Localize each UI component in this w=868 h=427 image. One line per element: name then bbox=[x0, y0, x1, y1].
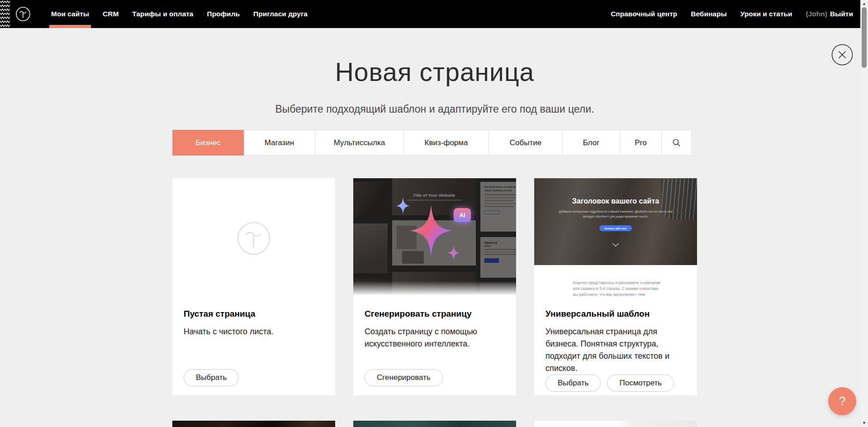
secondary-nav: Справочный центр Вебинары Уроки и статьи… bbox=[611, 0, 853, 28]
scrollbar-thumb[interactable] bbox=[862, 7, 867, 68]
view-button[interactable]: Посмотреть bbox=[607, 375, 674, 392]
sparkle-icon bbox=[447, 245, 460, 261]
collage-fade bbox=[353, 281, 516, 298]
template-preview-light bbox=[534, 421, 697, 427]
tab-store[interactable]: Магазин bbox=[243, 130, 315, 156]
nav-webinars[interactable]: Вебинары bbox=[691, 0, 726, 28]
nav-my-sites[interactable]: Мои сайты bbox=[51, 0, 89, 28]
chevron-down-icon bbox=[612, 243, 619, 247]
ai-badge: AI bbox=[454, 208, 471, 222]
page-subtitle: Выберите подходящий шаблон и адаптируйте… bbox=[172, 103, 697, 115]
card-title: Пустая страница bbox=[184, 309, 324, 319]
sparkle-icon bbox=[396, 197, 410, 214]
template-preview-dark bbox=[172, 421, 335, 427]
template-card-blank: Пустая страница Начать с чистого листа. … bbox=[172, 178, 335, 395]
logout-label: Выйти bbox=[830, 10, 853, 18]
help-button[interactable]: ? bbox=[828, 387, 856, 415]
scrollbar[interactable]: ▲ ▼ bbox=[860, 0, 868, 427]
nav-invite-friend[interactable]: Пригласи друга bbox=[253, 0, 308, 28]
nav-crm[interactable]: CRM bbox=[103, 0, 119, 28]
tab-business[interactable]: Бизнес bbox=[172, 130, 244, 156]
scroll-up-arrow-icon[interactable]: ▲ bbox=[860, 0, 868, 7]
template-preview-teal bbox=[353, 421, 516, 427]
generate-button[interactable]: Сгенерировать bbox=[365, 369, 443, 386]
ai-template-preview[interactable]: Title of Your Website Get your house in … bbox=[353, 178, 516, 298]
template-grid: Пустая страница Начать с чистого листа. … bbox=[172, 178, 697, 427]
tab-search[interactable] bbox=[661, 130, 692, 156]
zigzag-texture-icon bbox=[0, 0, 10, 28]
page-title: Новая страница bbox=[172, 57, 697, 87]
card-title: Сгенерировать страницу bbox=[365, 309, 505, 319]
user-name: (John) bbox=[806, 10, 827, 18]
template-card-universal: Заголовок вашего сайта Добавьте интересн… bbox=[534, 178, 697, 395]
tab-event[interactable]: Событие bbox=[489, 130, 563, 156]
tab-multilink[interactable]: Мультиссылка bbox=[315, 130, 404, 156]
choose-button[interactable]: Выбрать bbox=[545, 375, 601, 392]
choose-button[interactable]: Выбрать bbox=[184, 369, 239, 386]
blank-template-preview[interactable] bbox=[172, 178, 335, 298]
template-category-tabs: Бизнес Магазин Мультиссылка Квиз-форма С… bbox=[172, 130, 692, 156]
preview-hero-text: Добавьте интересные подробности о вашей … bbox=[559, 209, 673, 219]
ai-sparkle-icon bbox=[409, 204, 453, 257]
template-card-partial[interactable] bbox=[534, 421, 697, 427]
template-card-ai: Title of Your Website Get your house in … bbox=[353, 178, 516, 395]
tilda-watermark-icon bbox=[235, 219, 273, 257]
card-title: Универсальный шаблон bbox=[545, 309, 686, 319]
search-icon bbox=[672, 138, 681, 147]
card-description: Универсальная страница для бизнеса. Поня… bbox=[545, 326, 686, 375]
preview-cta-button: Целевое действие bbox=[599, 225, 632, 231]
nav-pricing[interactable]: Тарифы и оплата bbox=[132, 0, 193, 28]
close-icon bbox=[831, 44, 853, 66]
tab-quiz-form[interactable]: Квиз-форма bbox=[403, 130, 489, 156]
topbar: Мои сайты CRM Тарифы и оплата Профиль Пр… bbox=[0, 0, 860, 28]
scroll-down-arrow-icon[interactable]: ▼ bbox=[860, 420, 868, 426]
tab-blog[interactable]: Блог bbox=[562, 130, 620, 156]
nav-profile[interactable]: Профиль bbox=[207, 0, 240, 28]
nav-lessons[interactable]: Уроки и статьи bbox=[740, 0, 792, 28]
template-card-partial[interactable] bbox=[172, 421, 335, 427]
main-nav: Мои сайты CRM Тарифы и оплата Профиль Пр… bbox=[51, 0, 308, 28]
universal-template-preview[interactable]: Заголовок вашего сайта Добавьте интересн… bbox=[534, 178, 697, 298]
template-card-partial[interactable] bbox=[353, 421, 516, 427]
close-button[interactable] bbox=[831, 44, 853, 66]
preview-body-text: Коротко представьтесь и расскажите о ком… bbox=[534, 265, 661, 298]
preview-hero-title: Заголовок вашего сайта bbox=[572, 197, 659, 205]
card-description: Создать страницу с помощью искусственног… bbox=[365, 326, 505, 350]
preview-hero: Заголовок вашего сайта Добавьте интересн… bbox=[534, 178, 697, 265]
tab-pro[interactable]: Pro bbox=[620, 130, 662, 156]
tilda-logo-icon[interactable] bbox=[15, 6, 31, 22]
nav-logout[interactable]: (John) Выйти bbox=[806, 0, 853, 28]
card-description: Начать с чистого листа. bbox=[184, 326, 324, 338]
nav-help-center[interactable]: Справочный центр bbox=[611, 0, 677, 28]
